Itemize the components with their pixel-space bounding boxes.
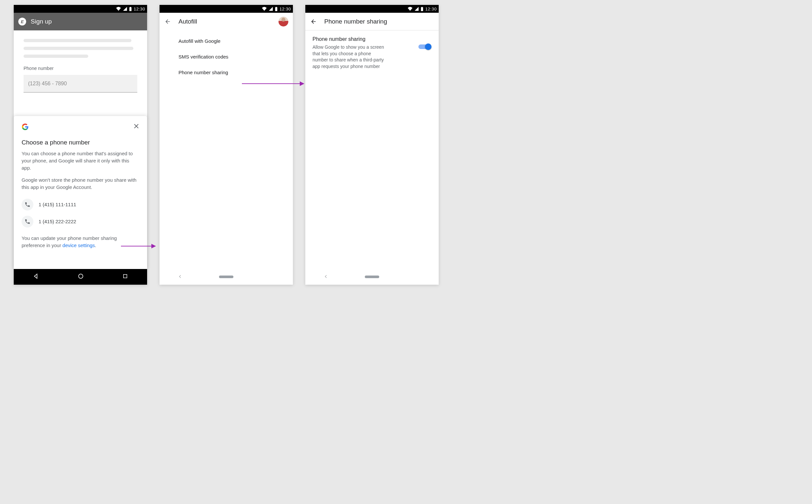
close-button[interactable] [133, 123, 139, 130]
status-bar: 12:30 [14, 5, 147, 13]
battery-icon [275, 7, 278, 11]
phone-mock-autofill: 12:30 Autofill Autofill with Google SMS … [160, 5, 293, 285]
phone-sharing-toggle[interactable] [418, 43, 431, 51]
app-header: E Sign up [14, 13, 147, 30]
nav-recents-button[interactable] [122, 273, 128, 280]
signal-icon [414, 7, 419, 11]
google-logo-icon [22, 123, 29, 132]
settings-item-sms-codes[interactable]: SMS verification codes [160, 49, 293, 64]
back-button[interactable] [164, 18, 171, 25]
svg-rect-1 [123, 275, 127, 278]
android-nav-bar [305, 269, 439, 285]
page-title: Phone number sharing [324, 18, 434, 25]
toggle-knob [425, 43, 431, 50]
settings-header: Autofill [160, 13, 293, 30]
wifi-icon [408, 7, 413, 11]
arrow-back-icon [164, 18, 171, 25]
nav-back-button[interactable] [178, 274, 182, 280]
wifi-icon [262, 7, 267, 11]
clock: 12:30 [134, 7, 145, 11]
wifi-icon [116, 7, 121, 11]
settings-list: Autofill with Google SMS verification co… [160, 30, 293, 83]
clock: 12:30 [279, 7, 291, 11]
phone-number-text: 1 (415) 222-2222 [39, 219, 76, 224]
clock: 12:30 [425, 7, 437, 11]
phone-input-placeholder: (123) 456 - 7890 [28, 81, 67, 87]
setting-section: Phone number sharing Allow Google to sho… [305, 30, 439, 76]
back-button[interactable] [310, 18, 317, 25]
settings-header: Phone number sharing [305, 13, 439, 30]
phone-mock-signup: 12:30 E Sign up Phone number (123) 456 -… [14, 5, 147, 285]
settings-item-phone-sharing[interactable]: Phone number sharing [160, 64, 293, 80]
battery-icon [421, 7, 423, 11]
battery-icon [129, 7, 132, 11]
phone-mock-phone-sharing: 12:30 Phone number sharing Phone number … [305, 5, 439, 285]
nav-back-button[interactable] [33, 273, 39, 281]
nav-home-pill[interactable] [219, 276, 233, 278]
status-bar: 12:30 [160, 5, 293, 13]
signup-form: Phone number (123) 456 - 7890 [14, 30, 147, 92]
phone-input[interactable]: (123) 456 - 7890 [24, 75, 137, 92]
setting-title: Phone number sharing [313, 36, 388, 42]
nav-home-pill[interactable] [365, 276, 379, 278]
android-nav-bar [14, 269, 147, 285]
sheet-footer: You can update your phone number sharing… [22, 235, 139, 249]
phone-number-text: 1 (415) 111-1111 [39, 202, 76, 207]
phone-field-label: Phone number [24, 66, 137, 71]
phone-number-option[interactable]: 1 (415) 111-1111 [22, 196, 139, 213]
page-title: Autofill [178, 18, 271, 25]
close-icon [133, 123, 139, 129]
sheet-description: You can choose a phone number that's ass… [22, 150, 139, 171]
sheet-description: Google won't store the phone number you … [22, 176, 139, 191]
arrow-back-icon [310, 18, 317, 25]
status-bar: 12:30 [305, 5, 439, 13]
phone-number-option[interactable]: 1 (415) 222-2222 [22, 213, 139, 230]
signal-icon [123, 7, 127, 11]
account-avatar[interactable] [279, 17, 288, 26]
settings-item-autofill-google[interactable]: Autofill with Google [160, 33, 293, 49]
placeholder-line [24, 55, 88, 58]
annotation-arrow [121, 246, 156, 246]
device-settings-link[interactable]: device settings [62, 243, 95, 248]
nav-back-button[interactable] [324, 274, 328, 280]
nav-home-button[interactable] [77, 273, 84, 281]
setting-text: Phone number sharing Allow Google to sho… [313, 36, 388, 70]
sheet-title: Choose a phone number [22, 139, 139, 146]
phone-icon [22, 216, 33, 227]
annotation-arrow [242, 83, 304, 84]
app-header-title: Sign up [31, 18, 52, 25]
phone-icon [22, 199, 33, 210]
app-logo-icon: E [18, 18, 26, 25]
svg-point-0 [78, 274, 83, 278]
android-nav-bar [160, 269, 293, 285]
placeholder-line [24, 47, 133, 50]
placeholder-line [24, 39, 131, 42]
setting-description: Allow Google to show you a screen that l… [313, 44, 388, 70]
signal-icon [269, 7, 273, 11]
